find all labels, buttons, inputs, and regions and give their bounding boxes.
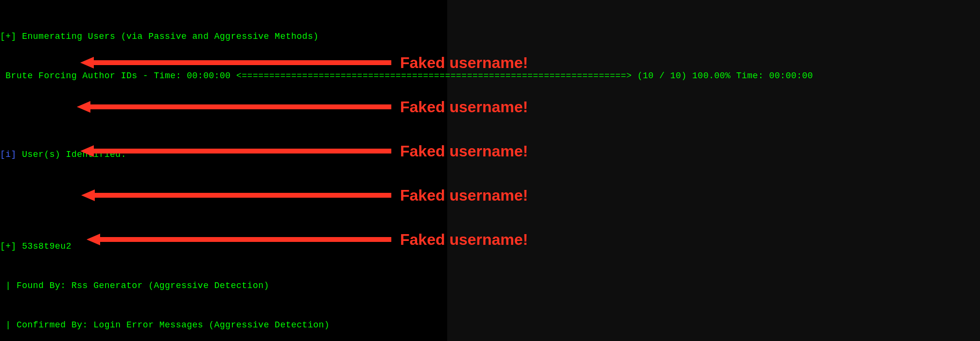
info-text: User(s) Identified: xyxy=(17,150,126,159)
blank-line xyxy=(0,188,980,201)
user-row: [+] 53s8t9eu2 xyxy=(0,240,980,253)
blank-line xyxy=(0,109,980,122)
plus-marker: [+] xyxy=(0,241,22,251)
info-marker: [i] xyxy=(0,150,17,159)
brute-suffix: > (10 / 10) 100.00% Time: 00:00:00 xyxy=(626,71,813,81)
info-line: [i] User(s) Identified: xyxy=(0,148,980,161)
brute-force-line: Brute Forcing Author IDs - Time: 00:00:0… xyxy=(0,69,980,83)
terminal-output: [+] Enumerating Users (via Passive and A… xyxy=(0,4,980,341)
confirmed-by-line: | Confirmed By: Login Error Messages (Ag… xyxy=(0,319,980,332)
found-by-line: | Found By: Rss Generator (Aggressive De… xyxy=(0,279,980,292)
enum-line: [+] Enumerating Users (via Passive and A… xyxy=(0,30,980,43)
progress-bar: ========================================… xyxy=(242,71,626,81)
brute-prefix: Brute Forcing Author IDs - Time: 00:00:0… xyxy=(0,71,242,81)
username-value: 53s8t9eu2 xyxy=(22,241,71,251)
